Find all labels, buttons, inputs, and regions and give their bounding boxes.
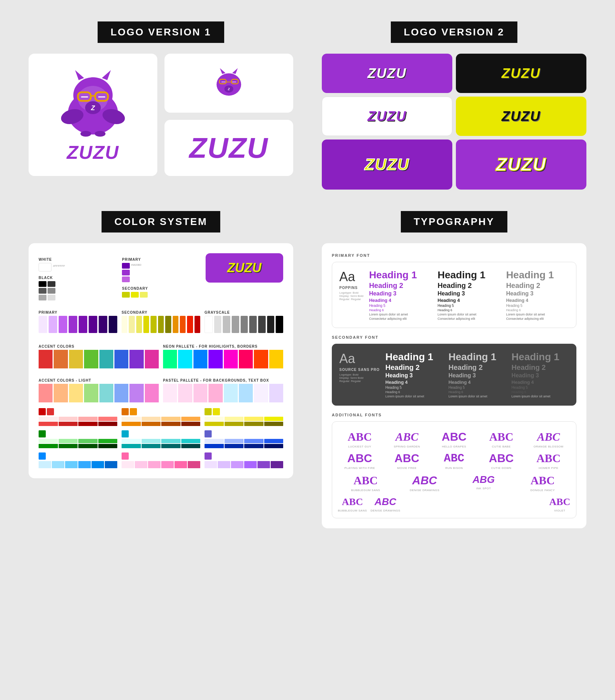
primary-font-aa: Aa [339, 269, 363, 284]
zuzu-text-v1-standalone: ZUZU [189, 132, 268, 165]
h4-gray: Heading 4 [506, 298, 569, 303]
add-font-3: ABC HELLO GRAPES [432, 430, 476, 448]
svg-text:Z: Z [91, 104, 95, 112]
logo-v2-section: LOGO VERSION 2 ZUZU ZUZU ZUZU ZUZU ZUZU … [322, 21, 586, 190]
add-font-abc-5: ABC [537, 430, 560, 444]
add-font-row2-name-1: BUBBLEGUM SANS [338, 509, 367, 512]
add-font-row2-abc-3: ABC [549, 496, 570, 508]
add-font-5: ABC ORANGE BLOSSOM [527, 430, 570, 448]
secondary-font-details: Logotype: BoldDisplay: Semi BoldRegular:… [339, 373, 380, 383]
add-font-12: ABC DENISE DRAWINGS [397, 474, 452, 492]
h5-lightgray: Heading 5 [448, 386, 506, 390]
logo-v2-title: LOGO VERSION 2 [391, 21, 517, 43]
add-font-abc-9: ABC [489, 452, 513, 465]
additional-fonts-grid: ABC LUCKIEST GUY ABC SPRING GARDEN ABC H… [338, 430, 570, 470]
h3-white: Heading 3 [385, 372, 443, 379]
svg-point-15 [95, 131, 105, 137]
accent-light-row [39, 384, 159, 402]
add-font-abc-3: ABC [442, 430, 466, 444]
primary-color-row [39, 316, 117, 333]
add-font-14: ABC DONGLE FANCY [515, 474, 570, 492]
add-font-name-1: LUCKIEST GUY [348, 445, 372, 448]
add-font-name-10: HOMER PIPE [538, 466, 558, 470]
svg-marker-17 [220, 68, 226, 74]
primary-label: PRIMARY [122, 258, 200, 261]
add-font-row2-name-2: DENISE DRAWINGS [370, 509, 400, 512]
add-font-name-4: CUTIE BABE [492, 445, 511, 448]
add-font-name-11: BUBBLEGUM SANS [351, 489, 380, 492]
add-font-1: ABC LUCKIEST GUY [338, 430, 382, 448]
h1-lightgray: Heading 1 [448, 351, 506, 363]
purple-preview-box: ZUZU [206, 253, 283, 283]
h6-gray: Heading 6 [506, 308, 569, 312]
logo-v2-outlined-small: ZUZU [322, 139, 452, 190]
color-system-section: COLOR SYSTEM WHITE #FFFFFF BLACK [29, 211, 293, 528]
secondary-font-meta: Aa SOURCE SANS PRO Logotype: BoldDisplay… [339, 351, 380, 383]
h1-black: Heading 1 [438, 269, 501, 281]
add-font-name-5: ORANGE BLOSSOM [533, 445, 563, 448]
svg-marker-18 [232, 68, 238, 74]
black-label: BLACK [39, 276, 116, 280]
h3-lightgray: Heading 3 [448, 372, 506, 379]
secondary-strip-section: SECONDARY [122, 306, 200, 336]
color-system-title: COLOR SYSTEM [102, 211, 220, 232]
grayscale-strip-section: GRAYSCALE [205, 306, 283, 336]
bottom-fonts-row: ABC BUBBLEGUM SANS ABC DENISE DRAWINGS A… [338, 496, 570, 512]
indigo-strip-palette [205, 452, 283, 468]
add-font-6: ABC PLAYING WITH FIRE [338, 452, 382, 470]
add-font-7: ABC MOVIE FREE [385, 452, 429, 470]
add-font-abc-14: ABC [531, 474, 555, 487]
typo-panel: PRIMARY FONT Aa POPPINS Logotype: BoldDi… [322, 243, 586, 528]
body-gray: Lorem ipsum dolor sit amet [506, 313, 569, 316]
additional-fonts-label: ADDITIONAL FONTS [332, 413, 576, 417]
add-font-abc-11: ABC [354, 474, 378, 487]
h2-white: Heading 2 [385, 363, 443, 372]
grayscale-color-row [205, 316, 283, 333]
primary-font-name: POPPINS [339, 286, 363, 290]
h2-gray: Heading 2 [506, 282, 569, 290]
add-font-abc-2: ABC [395, 430, 418, 444]
zuzu-v2-outlined-white: ZUZU [496, 154, 546, 175]
secondary-font-name: SOURCE SANS PRO [339, 368, 380, 372]
h6-lightgray: Heading 6 [448, 390, 506, 394]
logo-v1-cards: Z ZUZU Z [29, 54, 293, 176]
heading-col-gray: Heading 1 Heading 2 Heading 3 Heading 4 … [506, 269, 569, 320]
logo-v2-yellow: ZUZU [456, 97, 586, 136]
typography-section: typOGRAPhY PRIMARY FONT Aa POPPINS Logot… [322, 211, 586, 528]
h1-darkgray: Heading 1 [512, 351, 569, 363]
h2-purple: Heading 2 [369, 282, 432, 290]
add-font-name-6: PLAYING WITH FIRE [344, 466, 375, 470]
white-label: WHITE [39, 258, 116, 261]
white-black-section: WHITE #FFFFFF BLACK [39, 253, 116, 300]
accent-colors-section: ACCENT COLORS [39, 340, 159, 370]
logo-card-main: Z ZUZU [29, 54, 157, 176]
h4-darkgray: Heading 4 [512, 380, 569, 385]
logo-card-zuzu-text: ZUZU [164, 120, 293, 176]
accent-light-section: ACCENT COLORS - LIGHT [39, 374, 159, 404]
body2-black: Consectetur adipiscing elit [438, 317, 501, 320]
add-font-9: ABC CUTIE DOWN [479, 452, 523, 470]
orange-palette [122, 408, 200, 426]
h2-lightgray: Heading 2 [448, 363, 506, 372]
add-font-8: ABC RUN BISON [432, 452, 476, 470]
zuzu-v2-black: ZUZU [502, 109, 541, 124]
heading-col-purple: Heading 1 Heading 2 Heading 3 Heading 4 … [369, 269, 432, 320]
primary-font-details: Logotype: BoldDisplay: Semi BoldRegular:… [339, 291, 363, 301]
add-font-row2-2: ABC DENISE DRAWINGS [370, 496, 400, 512]
add-font-name-8: RUN BISON [446, 466, 463, 470]
h2-black: Heading 2 [438, 282, 501, 290]
pink-strip-palette [122, 452, 200, 468]
neon-section: NEON PALLETE - FOR HIGHLIGHTS, BORDERS [163, 340, 283, 370]
pastel-section: PASTEL PALLETE - FOR BACKGROUNDS, TEXT B… [163, 374, 283, 404]
logo-card-small-owl: Z [164, 54, 293, 113]
add-font-name-7: MOVIE FREE [397, 466, 417, 470]
svg-point-14 [80, 131, 91, 137]
add-font-name-9: CUTIE DOWN [491, 466, 512, 470]
h4-black: Heading 4 [438, 298, 501, 303]
logo-v2-outlined-large: ZUZU [456, 139, 586, 190]
add-font-row2-3: ABC VIOLET [549, 496, 570, 512]
h4-white: Heading 4 [385, 380, 443, 385]
blue-palette [205, 430, 283, 448]
teal-palette [122, 430, 200, 448]
red-palette [39, 408, 117, 426]
